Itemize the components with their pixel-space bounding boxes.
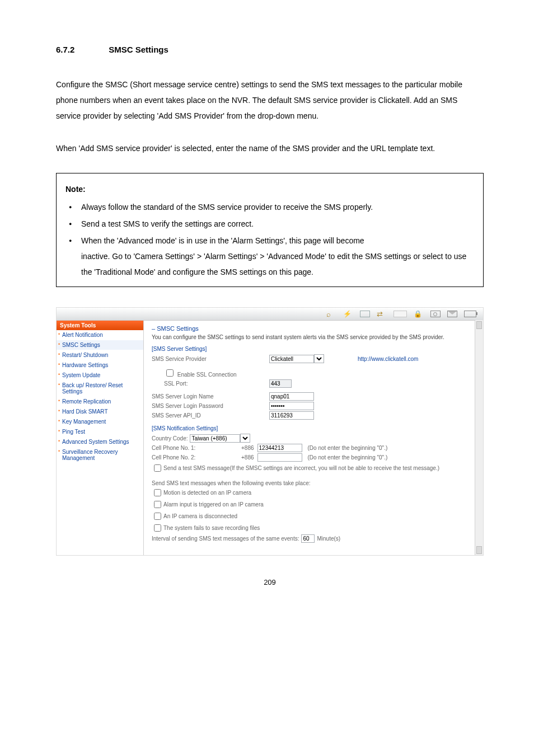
cell2-input[interactable] bbox=[257, 453, 302, 462]
enable-ssl-label: Enable SSL Connection bbox=[177, 372, 237, 378]
login-password-label: SMS Server Login Password bbox=[152, 403, 269, 409]
sidebar-item-back-up-restore-reset-settings[interactable]: Back up/ Restore/ Reset Settings bbox=[57, 381, 143, 397]
mail-icon[interactable] bbox=[447, 311, 457, 317]
event-motion-label: Motion is detected on an IP camera bbox=[163, 490, 251, 496]
api-id-input[interactable] bbox=[269, 411, 314, 420]
sms-provider-input[interactable] bbox=[269, 355, 314, 363]
sidebar-item-system-update[interactable]: System Update bbox=[57, 370, 143, 381]
send-test-sms-label: Send a test SMS message bbox=[163, 465, 229, 471]
magnifier-icon[interactable]: ⌕ bbox=[326, 310, 336, 318]
cell2-label: Cell Phone No. 2: bbox=[152, 454, 241, 461]
cell1-label: Cell Phone No. 1: bbox=[152, 445, 241, 451]
main-description: You can configure the SMSC settings to s… bbox=[152, 334, 475, 340]
camera-icon[interactable] bbox=[430, 311, 441, 317]
sidebar-item-surveillance-recovery-management[interactable]: Surveillance Recovery Management bbox=[57, 447, 143, 463]
sidebar-item-remote-replication[interactable]: Remote Replication bbox=[57, 397, 143, 407]
sms-provider-select[interactable] bbox=[314, 354, 324, 363]
sms-server-settings-title: [SMS Server Settings] bbox=[152, 346, 475, 352]
api-id-label: SMS Server API_ID bbox=[152, 412, 269, 419]
enable-ssl-checkbox[interactable] bbox=[166, 369, 174, 377]
cell1-prefix: +886 bbox=[241, 445, 254, 451]
sidebar-item-hardware-settings[interactable]: Hardware Settings bbox=[57, 360, 143, 370]
swap-icon[interactable]: ⇄ bbox=[377, 310, 387, 318]
cell1-input[interactable] bbox=[257, 444, 302, 452]
event-savefail-checkbox[interactable] bbox=[154, 524, 161, 532]
send-test-sms-warning: (If the SMSC settings are incorrect, you… bbox=[229, 465, 439, 471]
note-box: Note: Always follow the standard of the … bbox=[56, 173, 484, 287]
note-heading: Note: bbox=[65, 181, 474, 197]
note-bullet-1: Always follow the standard of the SMS se… bbox=[65, 199, 474, 215]
event-alarm-label: Alarm input is triggered on an IP camera bbox=[163, 501, 264, 508]
sidebar-item-alert-notification[interactable]: Alert Notification bbox=[57, 330, 143, 340]
screenshot-toolbar: ⌕ ⚡ ⇄ 🔒 bbox=[57, 308, 483, 321]
expand-icon[interactable] bbox=[360, 311, 370, 317]
screenshot-main: – SMSC Settings You can configure the SM… bbox=[144, 321, 483, 555]
event-alarm-checkbox[interactable] bbox=[154, 501, 161, 508]
sidebar: System Tools Alert NotificationSMSC Sett… bbox=[57, 321, 144, 555]
main-heading: – SMSC Settings bbox=[152, 325, 475, 332]
note-bullet-3: When the 'Advanced mode' is in use in th… bbox=[65, 233, 474, 280]
interval-label-b: Minute(s) bbox=[317, 536, 340, 542]
lock-icon[interactable]: 🔒 bbox=[414, 310, 424, 318]
scrollbar[interactable] bbox=[475, 320, 483, 555]
lightning-icon[interactable]: ⚡ bbox=[343, 310, 353, 318]
clickatell-link[interactable]: http://www.clickatell.com bbox=[358, 356, 418, 362]
country-code-label: Country Code: bbox=[152, 435, 188, 442]
login-password-input[interactable] bbox=[269, 402, 314, 410]
event-disconnect-label: An IP camera is disconnected bbox=[163, 513, 237, 519]
sidebar-item-smsc-settings[interactable]: SMSC Settings bbox=[57, 340, 143, 350]
sms-provider-label: SMS Service Provider bbox=[152, 356, 269, 362]
login-name-input[interactable] bbox=[269, 392, 314, 401]
paragraph-1: Configure the SMSC (Short message servic… bbox=[56, 77, 484, 124]
event-savefail-label: The system fails to save recording files bbox=[163, 525, 260, 531]
cell2-prefix: +886 bbox=[241, 454, 254, 461]
event-motion-checkbox[interactable] bbox=[154, 489, 161, 496]
events-intro: Send SMS text messages when the followin… bbox=[152, 480, 475, 486]
battery-icon[interactable] bbox=[464, 311, 476, 317]
ssl-port-label: SSL Port: bbox=[152, 381, 269, 387]
cell2-hint: (Do not enter the beginning "0".) bbox=[308, 454, 388, 461]
sidebar-item-key-management[interactable]: Key Management bbox=[57, 417, 143, 427]
paragraph-2: When 'Add SMS service provider' is selec… bbox=[56, 140, 484, 156]
interval-label-a: Interval of sending SMS text messages of… bbox=[152, 536, 299, 542]
ssl-port-input[interactable] bbox=[269, 379, 292, 388]
sms-notification-title: [SMS Notification Settings] bbox=[152, 425, 475, 431]
embedded-screenshot: ⌕ ⚡ ⇄ 🔒 System Tools Alert NotificationS… bbox=[56, 307, 484, 556]
section-title-text: SMSC Settings bbox=[109, 45, 168, 54]
country-code-input[interactable] bbox=[190, 434, 240, 443]
note-bullet-2: Send a test SMS to verify the settings a… bbox=[65, 216, 474, 232]
country-code-select[interactable] bbox=[240, 434, 250, 443]
progress-icon[interactable] bbox=[394, 311, 407, 317]
sidebar-heading: System Tools bbox=[57, 321, 143, 330]
sidebar-item-restart-shutdown[interactable]: Restart/ Shutdown bbox=[57, 350, 143, 360]
section-number: 6.7.2 bbox=[56, 45, 106, 54]
cell1-hint: (Do not enter the beginning "0".) bbox=[308, 445, 388, 451]
page-number: 209 bbox=[56, 578, 484, 586]
event-disconnect-checkbox[interactable] bbox=[154, 513, 161, 520]
sidebar-item-advanced-system-settings[interactable]: Advanced System Settings bbox=[57, 437, 143, 447]
interval-input[interactable] bbox=[301, 534, 315, 543]
section-heading: 6.7.2 SMSC Settings bbox=[56, 45, 484, 54]
sidebar-item-ping-test[interactable]: Ping Test bbox=[57, 427, 143, 437]
send-test-sms-checkbox[interactable] bbox=[154, 464, 161, 472]
login-name-label: SMS Server Login Name bbox=[152, 393, 269, 400]
sidebar-item-hard-disk-smart[interactable]: Hard Disk SMART bbox=[57, 407, 143, 417]
